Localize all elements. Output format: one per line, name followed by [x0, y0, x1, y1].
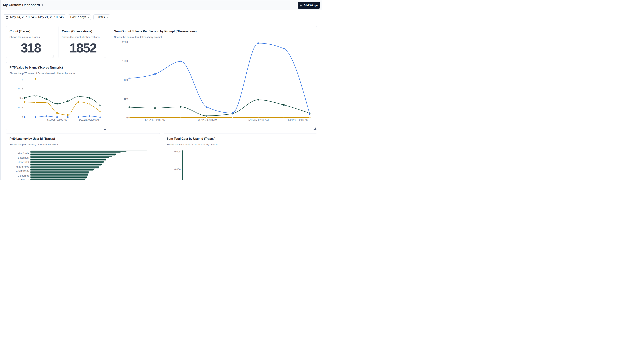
svg-text:u-zVqP3hw: u-zVqP3hw: [16, 165, 29, 168]
svg-text:550: 550: [124, 97, 128, 100]
svg-text:2200: 2200: [122, 41, 128, 44]
svg-text:u-8fVa9T3: u-8fVa9T3: [18, 178, 29, 180]
svg-text:u-tFAR5TX: u-tFAR5TX: [17, 161, 29, 164]
svg-text:0.25: 0.25: [18, 106, 23, 109]
svg-text:0: 0: [126, 116, 128, 119]
svg-text:0.5: 0.5: [20, 97, 23, 99]
svg-text:1650: 1650: [122, 60, 128, 63]
svg-text:0.75: 0.75: [18, 87, 23, 90]
svg-text:u-8sq2w4a: u-8sq2w4a: [17, 152, 29, 155]
svg-text:1: 1: [22, 78, 23, 81]
svg-text:1100: 1100: [122, 79, 128, 81]
svg-text:0: 0: [22, 116, 23, 119]
svg-text:5/21/25, 02:00 AM: 5/21/25, 02:00 AM: [288, 119, 308, 121]
svg-text:0.006: 0.006: [174, 168, 180, 171]
svg-text:5/17/25, 02:00 AM: 5/17/25, 02:00 AM: [197, 119, 217, 121]
svg-text:5/17/25, 02:00 AM: 5/17/25, 02:00 AM: [47, 118, 68, 121]
svg-text:u-d3qr5cg: u-d3qr5cg: [18, 174, 29, 177]
svg-text:0.008: 0.008: [174, 150, 180, 153]
svg-text:u-5M8D56k: u-5M8D56k: [16, 170, 29, 173]
svg-text:5/19/25, 02:00 AM: 5/19/25, 02:00 AM: [248, 119, 269, 121]
svg-text:5/21/25, 02:00 AM: 5/21/25, 02:00 AM: [79, 118, 99, 121]
svg-text:5/15/25, 02:00 AM: 5/15/25, 02:00 AM: [145, 119, 166, 121]
svg-text:u-aobnuxf: u-aobnuxf: [18, 156, 29, 159]
